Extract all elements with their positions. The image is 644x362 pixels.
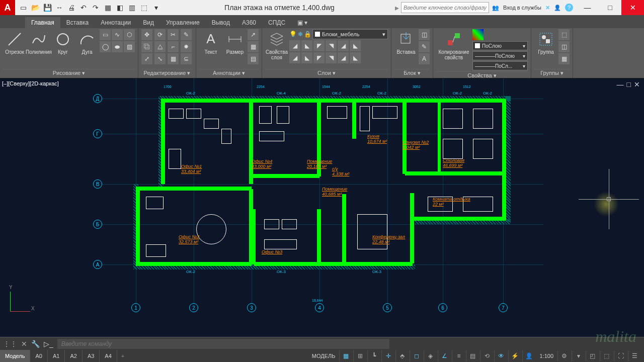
- tab-extra[interactable]: ▣ ▾: [291, 17, 313, 28]
- scale-icon[interactable]: ⤡: [154, 53, 166, 64]
- mirror-icon[interactable]: ⧋: [154, 41, 166, 52]
- fillet-icon[interactable]: ⌐: [168, 41, 179, 52]
- create-block-icon[interactable]: ◫: [419, 29, 430, 40]
- array-icon[interactable]: ▦: [168, 53, 179, 64]
- iso-toggle-icon[interactable]: ⬘: [395, 350, 409, 361]
- tab-spds[interactable]: СПДС: [262, 17, 291, 28]
- status-model[interactable]: МОДЕЛЬ: [309, 353, 339, 359]
- sign-in-button[interactable]: Вход в службы: [503, 5, 541, 11]
- panel-label[interactable]: Свойства ▾: [436, 71, 528, 79]
- panel-label[interactable]: Рисование ▾: [3, 69, 135, 78]
- layer-dropdown[interactable]: Блоки_мебель▾: [312, 29, 388, 39]
- color-icon[interactable]: [472, 29, 484, 40]
- tab-manage[interactable]: Управление: [160, 17, 206, 28]
- a360-icon[interactable]: 👤: [554, 5, 561, 11]
- polar-toggle-icon[interactable]: ✛: [381, 350, 394, 361]
- insert-button[interactable]: Вставка: [394, 29, 418, 55]
- cmd-handle-icon[interactable]: ⋮⋮: [3, 340, 17, 348]
- ortho-toggle-icon[interactable]: ┗: [367, 350, 380, 361]
- draw-tool-icon[interactable]: ◯: [100, 41, 111, 52]
- cleanscreen-icon[interactable]: ⛶: [614, 350, 627, 361]
- circle-button[interactable]: Круг: [51, 29, 74, 55]
- group-edit-icon[interactable]: ◫: [558, 41, 570, 52]
- layer-tool-icon[interactable]: ◢: [289, 52, 300, 63]
- qat-undo-icon[interactable]: ↶: [78, 3, 89, 13]
- draw-tool-icon[interactable]: ∿: [112, 29, 123, 40]
- qp-icon[interactable]: ⚡: [508, 350, 521, 361]
- layout-tab[interactable]: A1: [48, 350, 65, 362]
- help-icon[interactable]: ?: [565, 4, 573, 12]
- layer-tool-icon[interactable]: ◣: [350, 52, 361, 63]
- copy-icon[interactable]: ⿻: [141, 41, 152, 52]
- linetype-dropdown[interactable]: ————ПоСл...▾: [472, 61, 528, 70]
- autocad-logo[interactable]: A: [0, 0, 15, 15]
- otrack-icon[interactable]: ∠: [438, 350, 451, 361]
- viewport-close-icon[interactable]: ✕: [634, 80, 640, 88]
- polyline-button[interactable]: Полилиния: [27, 29, 50, 55]
- add-layout-button[interactable]: +: [117, 353, 128, 359]
- annomonitor-icon[interactable]: 👁: [494, 350, 507, 361]
- qat-icon[interactable]: ▥: [127, 3, 137, 13]
- qat-icon[interactable]: ⬚: [139, 3, 149, 13]
- tab-annotate[interactable]: Аннотации: [95, 17, 137, 28]
- color-dropdown[interactable]: ПоСлою▾: [472, 41, 528, 50]
- panel-label[interactable]: Редактирование ▾: [141, 69, 193, 78]
- viewport-minimize-icon[interactable]: —: [617, 80, 624, 88]
- minimize-button[interactable]: —: [576, 0, 599, 15]
- osnap-toggle-icon[interactable]: ◻: [410, 350, 423, 361]
- close-button[interactable]: ✕: [621, 0, 644, 15]
- tab-home[interactable]: Главная: [25, 17, 60, 28]
- qat-open-icon[interactable]: 📂: [30, 3, 40, 13]
- trim-icon[interactable]: ✂: [168, 29, 179, 40]
- gear-icon[interactable]: ⚙: [557, 350, 571, 361]
- layer-tool-icon[interactable]: ◤: [313, 52, 325, 63]
- draw-tool-icon[interactable]: ▭: [100, 29, 111, 40]
- 3dosnap-icon[interactable]: ◈: [424, 350, 437, 361]
- lineweight-dropdown[interactable]: ————ПоСлою▾: [472, 51, 528, 60]
- isolate-icon[interactable]: ◰: [586, 350, 599, 361]
- transparency-icon[interactable]: ▤: [466, 350, 479, 361]
- draw-tool-icon[interactable]: ⬡: [124, 29, 135, 40]
- layout-tab[interactable]: A4: [100, 350, 117, 362]
- panel-label[interactable]: Группы ▾: [534, 69, 570, 78]
- layer-tool-icon[interactable]: ◣: [301, 52, 312, 63]
- panel-label[interactable]: Аннотации ▾: [199, 69, 259, 78]
- panel-label[interactable]: Блок ▾: [394, 69, 430, 78]
- view-label[interactable]: [–][Сверху][2D-каркас]: [2, 80, 59, 86]
- draw-tool-icon[interactable]: ▨: [124, 41, 135, 52]
- qat-icon[interactable]: ▦: [103, 3, 113, 13]
- panel-label[interactable]: Слои ▾: [265, 69, 388, 78]
- annot-icon[interactable]: ▤: [248, 53, 259, 64]
- layout-tab-model[interactable]: Модель: [0, 350, 30, 362]
- annoscale-icon[interactable]: 👤: [522, 350, 535, 361]
- ungroup-icon[interactable]: ⬚: [558, 29, 570, 40]
- group-bbox-icon[interactable]: ▦: [558, 53, 570, 64]
- match-props-button[interactable]: Копирование свойств: [436, 29, 471, 60]
- offset-icon[interactable]: ⊆: [181, 53, 192, 64]
- edit-block-icon[interactable]: ✎: [419, 41, 430, 52]
- layout-tab[interactable]: A3: [83, 350, 100, 362]
- maximize-button[interactable]: □: [599, 0, 621, 15]
- layer-tool-icon[interactable]: ◥: [326, 40, 337, 51]
- qat-redo-icon[interactable]: ↷: [91, 3, 101, 13]
- tab-a360[interactable]: A360: [236, 17, 262, 28]
- explode-icon[interactable]: ✸: [181, 41, 192, 52]
- layer-tool-icon[interactable]: ◥: [326, 52, 337, 63]
- move-icon[interactable]: ✥: [141, 29, 152, 40]
- tab-output[interactable]: Вывод: [206, 17, 236, 28]
- qat-new-icon[interactable]: ▭: [18, 3, 28, 13]
- text-button[interactable]: AТекст: [199, 29, 222, 55]
- arc-button[interactable]: Дуга: [75, 29, 99, 55]
- tab-view[interactable]: Вид: [137, 17, 160, 28]
- scale-label[interactable]: 1:100: [536, 353, 556, 359]
- customize-icon[interactable]: ☰: [628, 350, 641, 361]
- layer-props-button[interactable]: Свойства слоя: [265, 29, 288, 60]
- qat-icon[interactable]: ▾: [151, 3, 161, 13]
- layer-tool-icon[interactable]: ◤: [313, 40, 325, 51]
- layer-tool-icon[interactable]: ◣: [350, 40, 361, 51]
- exchange-icon[interactable]: ✕: [545, 5, 550, 11]
- qat-arrow-icon[interactable]: ↔: [54, 3, 64, 13]
- erase-icon[interactable]: ✎: [181, 29, 192, 40]
- hwaccel-icon[interactable]: ⬚: [600, 350, 613, 361]
- lineweight-icon[interactable]: ≡: [452, 350, 465, 361]
